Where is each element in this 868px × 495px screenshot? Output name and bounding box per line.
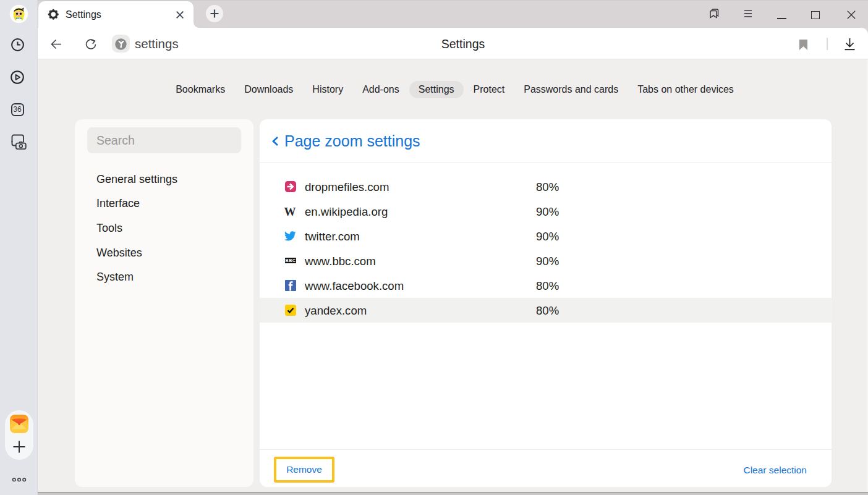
svg-text:BBC: BBC xyxy=(286,258,296,263)
